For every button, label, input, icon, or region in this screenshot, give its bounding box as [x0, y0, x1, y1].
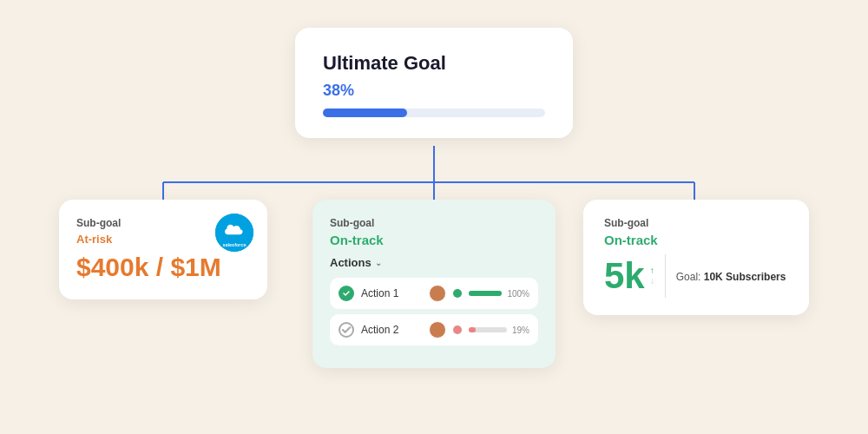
ultimate-goal-percent: 38%: [323, 82, 545, 100]
action-row-2: Action 2 19%: [330, 314, 538, 345]
sub-goal-center-card: Sub-goal On-track Actions ⌄ Action 1 100…: [312, 200, 556, 368]
salesforce-logo: salesforce: [215, 214, 253, 252]
dot-green-icon: [453, 289, 462, 298]
ultimate-progress-bar-fill: [323, 108, 407, 117]
action-check-complete-icon: [339, 286, 354, 301]
goal-value: 10K Subscribers: [704, 271, 786, 283]
dot-orange-icon: [453, 326, 462, 334]
action-2-avatars: [429, 321, 446, 339]
sub-center-label: Sub-goal: [330, 217, 538, 229]
action-1-avatars: [429, 285, 446, 302]
arrow-up-icon: ↑: [650, 266, 654, 275]
action-row-1: Action 1 100%: [330, 278, 538, 309]
action-1-pct: 100%: [507, 289, 529, 299]
action-2-progress-fill: [469, 327, 476, 332]
ultimate-goal-card: Ultimate Goal 38%: [295, 28, 573, 138]
vertical-divider: [665, 254, 666, 298]
sub-goal-left-card: Sub-goal At-risk $400k / $1M salesforce: [59, 200, 267, 299]
sub-right-label: Sub-goal: [604, 217, 788, 229]
goal-prefix: Goal:: [676, 271, 704, 283]
arrow-updown-icon: ↑ ↓: [650, 266, 654, 286]
avatar-1: [429, 285, 446, 302]
action-1-progress-fill: [469, 291, 502, 296]
sub-right-status: On-track: [604, 233, 788, 247]
sf-cloud-icon: salesforce: [215, 214, 253, 252]
action-1-progress-bg: [469, 291, 502, 296]
sub-goal-right-card: Sub-goal On-track 5k ↑ ↓ Goal: 10K Subsc…: [583, 200, 809, 315]
actions-header[interactable]: Actions ⌄: [330, 256, 538, 269]
goal-info: Goal: 10K Subscribers: [676, 268, 786, 284]
chevron-down-icon: ⌄: [375, 258, 382, 267]
sub-center-status: On-track: [330, 233, 538, 247]
svg-text:salesforce: salesforce: [222, 242, 246, 247]
action-1-progress: 100%: [469, 289, 529, 299]
action-2-progress-bg: [469, 327, 507, 332]
ultimate-goal-title: Ultimate Goal: [323, 52, 545, 75]
action-check-partial-icon: [339, 322, 354, 338]
action-2-progress: 19%: [469, 326, 529, 335]
arrow-down-icon: ↓: [650, 277, 654, 286]
sub-left-amount: $400k / $1M: [76, 253, 250, 282]
avatar-2a: [429, 321, 446, 339]
action-1-name: Action 1: [361, 287, 422, 299]
actions-label: Actions: [330, 256, 372, 269]
ultimate-progress-bar-bg: [323, 108, 545, 117]
sub-right-number: 5k: [604, 255, 645, 297]
action-2-name: Action 2: [361, 324, 422, 336]
right-bottom-row: 5k ↑ ↓ Goal: 10K Subscribers: [604, 254, 788, 298]
action-2-pct: 19%: [512, 326, 529, 335]
